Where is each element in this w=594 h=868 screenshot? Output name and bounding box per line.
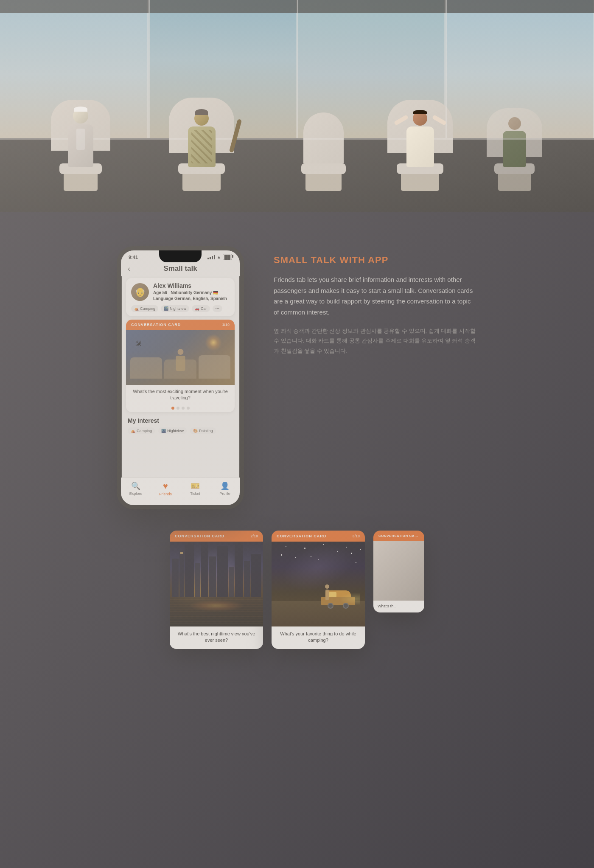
- card4-image: [373, 541, 424, 601]
- conv-card-4: CONVERSATION CA... What's th...: [373, 531, 424, 612]
- phone-notch: [159, 250, 202, 262]
- dark-section: 9:41 ▲ ██: [0, 212, 594, 868]
- cards-row: CONVERSATION CARD 2/10: [64, 531, 530, 649]
